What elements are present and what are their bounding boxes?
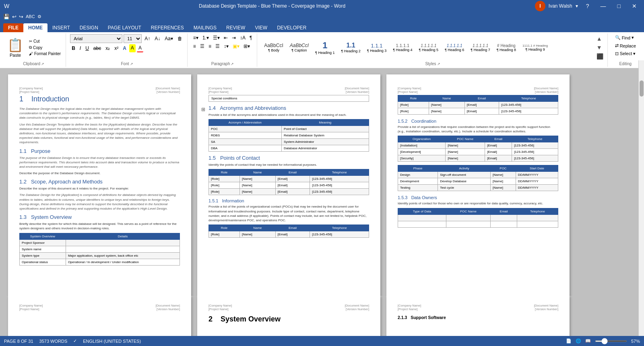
text-effects-btn[interactable]: A [121, 45, 128, 52]
styles-group: AaBbCcI ¶ Body AaBbCcI ¶ Caption 1 ¶ Hea… [258, 33, 607, 67]
style-heading6[interactable]: 1.1.1.1.1 ¶ Heading 6 [442, 35, 467, 61]
decrease-font-btn[interactable]: A↓ [153, 35, 162, 42]
redo-qa-icon[interactable]: ↪ [19, 14, 23, 20]
tab-home[interactable]: HOME [23, 23, 47, 32]
page2-acronyms-text: Provide a list of the acronyms and abbre… [208, 113, 369, 117]
tab-design[interactable]: DESIGN [75, 23, 103, 32]
tab-file[interactable]: FILE [3, 23, 23, 32]
strikethrough-btn[interactable]: abc [92, 45, 103, 52]
style-caption[interactable]: AaBbCcI ¶ Caption [287, 35, 312, 61]
font-size-select[interactable]: 11 [124, 34, 142, 43]
font-family-select[interactable]: Arial [70, 34, 122, 43]
numbering-btn[interactable]: 1.▾ [201, 34, 211, 41]
select-button[interactable]: ⊡ Select ▾ [612, 50, 639, 57]
align-left-btn[interactable]: ≡ [192, 43, 198, 50]
tab-developer[interactable]: DEVELOPER [272, 23, 311, 32]
style-heading3[interactable]: 1.1.1 ¶ Heading 3 [364, 35, 389, 61]
tab-view[interactable]: VIEW [250, 23, 272, 32]
page1-h2-sysoverview: 1.3 System Overview [19, 214, 180, 220]
style-heading5[interactable]: 1.1.1.1.1 ¶ Heading 5 [416, 35, 441, 61]
style-heading7[interactable]: 1.1.1.1.1 ¶ Heading 7 [468, 35, 493, 61]
borders-btn[interactable]: ⊞▾ [242, 43, 252, 50]
style-body[interactable]: AaBbCcI ¶ Body [261, 35, 286, 61]
tab-page-layout[interactable]: PAGE LAYOUT [103, 23, 146, 32]
align-center-btn[interactable]: ☰ [198, 43, 206, 50]
highlight-color-btn[interactable]: A [129, 44, 136, 52]
font-color-btn[interactable]: A [137, 44, 143, 52]
find-button[interactable]: 🔍 Find ▾ [612, 34, 639, 41]
user-section[interactable]: I Ivan Walsh ▾ [535, 1, 578, 11]
font-group-label[interactable]: Font ↗ [121, 61, 133, 66]
tab-mailings[interactable]: MAILINGS [189, 23, 221, 32]
copy-button[interactable]: ⧉ Copy [27, 45, 62, 50]
plus-handle[interactable]: ⊞ [201, 107, 205, 112]
align-right-btn[interactable]: ≡ [207, 43, 213, 50]
tab-review[interactable]: REVIEW [221, 23, 250, 32]
scroll-thumb[interactable] [640, 80, 644, 97]
cut-button[interactable]: ✂ Cut [27, 39, 62, 44]
tab-references[interactable]: REFERENCES [146, 23, 189, 32]
justify-btn[interactable]: ☰ [214, 43, 221, 50]
line-spacing-btn[interactable]: ↕▾ [222, 43, 230, 50]
italic-btn[interactable]: I [78, 45, 83, 52]
format-painter-button[interactable]: 🖌 Format Painter [27, 51, 62, 56]
maximize-btn[interactable]: □ [614, 3, 624, 9]
help-btn[interactable]: ? [583, 3, 592, 9]
page-indicator[interactable]: PAGE 8 OF 31 [4, 339, 33, 344]
styles-expand-icon[interactable]: ↗ [437, 62, 440, 66]
bp3-section: 2.1.3 Support Software [398, 315, 558, 320]
style-heading2[interactable]: 1.1 ¶ Heading 2 [338, 35, 363, 61]
subscript-btn[interactable]: x₂ [104, 45, 111, 52]
tab-insert[interactable]: INSERT [47, 23, 75, 32]
clear-format-btn[interactable]: 🗑 [176, 35, 184, 42]
minimize-btn[interactable]: — [597, 3, 609, 9]
vertical-scrollbar[interactable] [638, 68, 644, 296]
clipboard-expand-icon[interactable]: ↗ [41, 62, 44, 66]
word-count[interactable]: 3573 WORDS [39, 339, 68, 344]
bullets-btn[interactable]: ≡▾ [192, 34, 200, 41]
view-read-icon[interactable]: 📖 [585, 338, 591, 344]
paragraph-expand-icon[interactable]: ↗ [231, 62, 234, 66]
increase-font-btn[interactable]: A↑ [143, 35, 152, 42]
styles-group-label[interactable]: Styles ↗ [425, 61, 440, 66]
page1-scope-italic: The Database Design for the [Application… [19, 193, 180, 211]
bold-btn[interactable]: B [70, 45, 77, 52]
page-1: [Company Name] [Project Name] [Document … [8, 74, 191, 296]
decrease-indent-btn[interactable]: ⇤ [222, 34, 229, 41]
zoom-level[interactable]: 57% [631, 339, 640, 344]
acr-col1: Acronym / Abbreviation [209, 119, 282, 126]
change-case-btn[interactable]: Aa▾ [163, 35, 175, 42]
styles-scroll-up[interactable]: ▲ [596, 35, 604, 43]
style-heading1[interactable]: 1 ¶ Heading 1 [312, 35, 337, 61]
paragraph-group-label[interactable]: Paragraph ↗ [211, 61, 234, 66]
multilevel-btn[interactable]: ☰▾ [211, 34, 221, 41]
replace-button[interactable]: ⇄ Replace [612, 42, 639, 49]
style-heading9[interactable]: 1111.1 # Heading ¶ Heading 9 [520, 35, 551, 61]
spell-qa-icon[interactable]: ABC [26, 14, 35, 19]
more-qa-icon[interactable]: ⚙ [37, 14, 41, 19]
show-para-btn[interactable]: ¶ [248, 34, 254, 41]
style-heading4[interactable]: 1.1.1.1 ¶ Heading 4 [390, 35, 415, 61]
sort-btn[interactable]: ↕A [238, 34, 247, 41]
undo-qa-icon[interactable]: ↩ [12, 14, 17, 20]
close-btn[interactable]: ✕ [629, 3, 640, 9]
shading-btn[interactable]: ▣▾ [231, 43, 241, 50]
styles-scroll-down[interactable]: ▼ [596, 43, 604, 51]
underline-btn[interactable]: U [84, 45, 91, 52]
sot-col1: System Overview [20, 233, 66, 239]
view-print-icon[interactable]: 📄 [566, 338, 572, 344]
user-dropdown-icon[interactable]: ▾ [576, 3, 578, 9]
style-heading8[interactable]: # Heading ¶ Heading 8 [494, 35, 519, 61]
view-web-icon[interactable]: 🌐 [576, 338, 581, 344]
increase-indent-btn[interactable]: ⇥ [230, 34, 237, 41]
bp1-header: [Company Name] [Project Name] [Document … [19, 304, 180, 311]
language-indicator[interactable]: ENGLISH (UNITED STATES) [83, 339, 141, 344]
font-expand-icon[interactable]: ↗ [130, 62, 133, 66]
save-qa-icon[interactable]: 💾 [3, 14, 10, 20]
zoom-slider[interactable] [595, 340, 627, 342]
editing-group: 🔍 Find ▾ ⇄ Replace ⊡ Select ▾ Editing [609, 33, 642, 67]
superscript-btn[interactable]: x² [113, 45, 120, 52]
paste-button[interactable]: 📋 Paste [5, 37, 26, 58]
styles-expand[interactable]: ⬛ [596, 52, 604, 60]
clipboard-group-label[interactable]: Clipboard ↗ [23, 61, 44, 66]
